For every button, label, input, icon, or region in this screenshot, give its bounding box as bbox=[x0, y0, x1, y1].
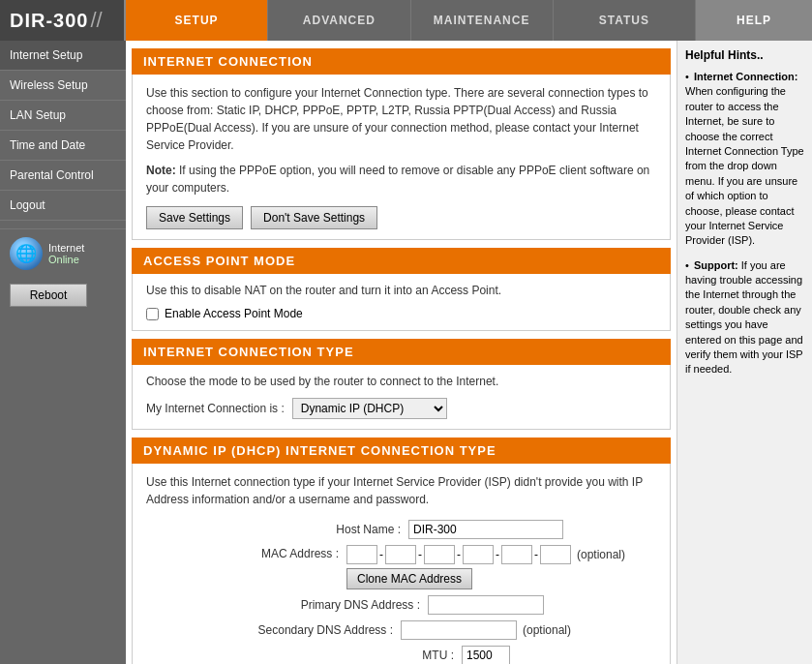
logo: DIR-300 // bbox=[0, 0, 126, 41]
mac-octet-1[interactable] bbox=[346, 545, 377, 564]
primary-dns-label: Primary DNS Address : bbox=[258, 598, 428, 612]
nav-tabs: SETUP ADVANCED MAINTENANCE STATUS bbox=[126, 0, 696, 41]
access-point-section: ACCESS POINT MODE Use this to disable NA… bbox=[132, 248, 671, 331]
status-sub-label: Online bbox=[48, 254, 84, 265]
reboot-button[interactable]: Reboot bbox=[10, 284, 87, 307]
ic-save-btn[interactable]: Save Settings bbox=[146, 206, 243, 229]
ct-row: My Internet Connection is : Dynamic IP (… bbox=[146, 398, 656, 419]
help-heading-2: Support: bbox=[694, 259, 738, 271]
host-name-input[interactable] bbox=[408, 520, 563, 539]
reboot-btn-wrap: Reboot bbox=[0, 278, 126, 313]
mac-octet-2[interactable] bbox=[385, 545, 416, 564]
sidebar-item-internet-setup[interactable]: Internet Setup bbox=[0, 41, 126, 71]
ic-description: Use this section to configure your Inter… bbox=[146, 84, 656, 154]
connection-type-select[interactable]: Dynamic IP (DHCP) Static IP PPPoE PPTP L… bbox=[292, 398, 447, 419]
header: DIR-300 // SETUP ADVANCED MAINTENANCE ST… bbox=[0, 0, 812, 41]
ic-dont-save-btn[interactable]: Don't Save Settings bbox=[251, 206, 377, 229]
secondary-dns-optional: (optional) bbox=[523, 623, 571, 637]
tab-advanced[interactable]: ADVANCED bbox=[268, 0, 410, 41]
mtu-label: MTU : bbox=[292, 649, 462, 662]
host-name-row: Host Name : bbox=[146, 520, 656, 539]
mac-octet-3[interactable] bbox=[424, 545, 455, 564]
sidebar-item-wireless-setup[interactable]: Wireless Setup bbox=[0, 71, 126, 101]
help-item-1: • Internet Connection: When configuring … bbox=[685, 70, 804, 249]
dhcp-description: Use this Internet connection type if you… bbox=[146, 473, 656, 508]
sidebar-item-lan-setup[interactable]: LAN Setup bbox=[0, 101, 126, 131]
mac-octet-5[interactable] bbox=[501, 545, 532, 564]
help-text-1: When configuring the router to access th… bbox=[685, 85, 804, 246]
help-heading-1: Internet Connection: bbox=[694, 71, 798, 82]
sidebar-status: 🌐 Internet Online bbox=[0, 228, 126, 278]
secondary-dns-input[interactable] bbox=[401, 620, 517, 640]
tab-maintenance[interactable]: MAINTENANCE bbox=[411, 0, 554, 41]
logo-slash: // bbox=[90, 8, 102, 33]
tab-status[interactable]: STATUS bbox=[554, 0, 696, 41]
help-item-2: • Support: If you are having trouble acc… bbox=[685, 258, 804, 377]
my-connection-label: My Internet Connection is : bbox=[146, 402, 285, 415]
status-icon: 🌐 bbox=[10, 237, 43, 270]
ap-checkbox[interactable] bbox=[146, 308, 159, 320]
tab-help[interactable]: HELP bbox=[696, 0, 812, 41]
mtu-input[interactable] bbox=[462, 646, 510, 664]
content-main: INTERNET CONNECTION Use this section to … bbox=[126, 41, 677, 664]
dynamic-ip-header: DYNAMIC IP (DHCP) INTERNET CONNECTION TY… bbox=[132, 438, 671, 464]
ap-checkbox-row: Enable Access Point Mode bbox=[146, 307, 656, 320]
help-bullet-2: • bbox=[685, 259, 689, 271]
ap-description: Use this to disable NAT on the router an… bbox=[146, 284, 656, 297]
mac-inputs: - - - - - (optional) bbox=[346, 545, 625, 589]
help-panel: Helpful Hints.. • Internet Connection: W… bbox=[677, 41, 812, 664]
sidebar-item-time-and-date[interactable]: Time and Date bbox=[0, 131, 126, 161]
mtu-row: MTU : bbox=[146, 646, 656, 664]
internet-connection-section: INTERNET CONNECTION Use this section to … bbox=[132, 48, 671, 240]
access-point-header: ACCESS POINT MODE bbox=[132, 248, 671, 274]
ap-checkbox-label: Enable Access Point Mode bbox=[165, 307, 303, 320]
help-text-2: If you are having trouble accessing the … bbox=[685, 259, 803, 376]
ic-btn-row: Save Settings Don't Save Settings bbox=[146, 206, 656, 229]
sidebar-item-parental-control[interactable]: Parental Control bbox=[0, 161, 126, 191]
mac-octet-6[interactable] bbox=[540, 545, 571, 564]
clone-mac-btn[interactable]: Clone MAC Address bbox=[346, 568, 472, 589]
secondary-dns-row: Secondary DNS Address : (optional) bbox=[146, 620, 656, 640]
host-name-label: Host Name : bbox=[239, 523, 408, 536]
mac-octet-4[interactable] bbox=[463, 545, 494, 564]
tab-setup[interactable]: SETUP bbox=[126, 0, 268, 41]
primary-dns-input[interactable] bbox=[428, 595, 544, 615]
help-bullet-1: • bbox=[685, 71, 689, 82]
help-title: Helpful Hints.. bbox=[685, 48, 804, 62]
ic-note: Note: If using the PPPoE option, you wil… bbox=[146, 162, 656, 196]
connection-type-header: INTERNET CONNECTION TYPE bbox=[132, 339, 671, 365]
mac-address-label: MAC Address : bbox=[177, 545, 346, 560]
primary-dns-row: Primary DNS Address : bbox=[146, 595, 656, 615]
ct-description: Choose the mode to be used by the router… bbox=[146, 375, 656, 388]
sidebar: Internet Setup Wireless Setup LAN Setup … bbox=[0, 41, 126, 664]
internet-connection-header: INTERNET CONNECTION bbox=[132, 48, 671, 75]
sidebar-item-logout[interactable]: Logout bbox=[0, 191, 126, 221]
secondary-dns-label: Secondary DNS Address : bbox=[231, 623, 401, 637]
mac-address-row: MAC Address : - - - - bbox=[146, 545, 656, 589]
status-label: Internet bbox=[48, 242, 84, 254]
dynamic-ip-section: DYNAMIC IP (DHCP) INTERNET CONNECTION TY… bbox=[132, 438, 671, 664]
mac-optional: (optional) bbox=[577, 548, 625, 561]
connection-type-section: INTERNET CONNECTION TYPE Choose the mode… bbox=[132, 339, 671, 430]
